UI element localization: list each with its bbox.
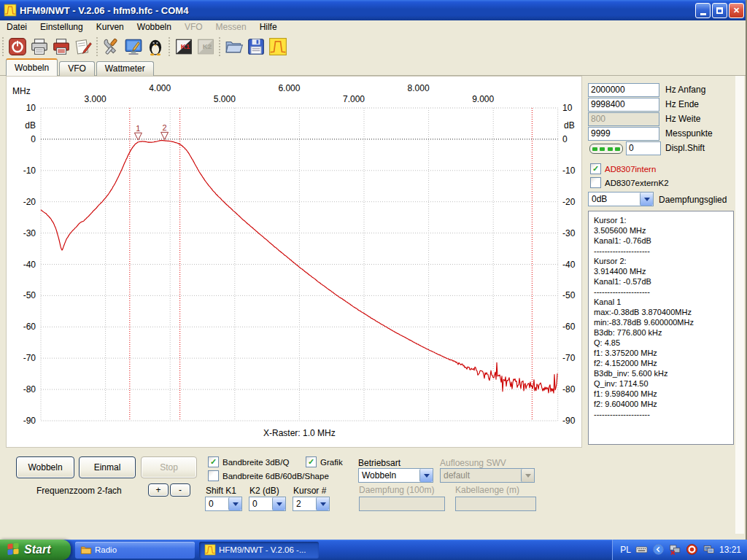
svg-text:-70: -70 [562,353,576,363]
field-hz-ende[interactable]: 9998400 [588,98,659,112]
checkbox-label: Bandbreite 6dB/60dB/Shape [222,472,329,481]
start-button[interactable]: Start [0,540,71,560]
start-label: Start [24,543,50,556]
checkbox-label: AD8307externK2 [605,179,669,187]
close-button[interactable]: ✕ [729,3,744,18]
k2-db-select[interactable]: 0 [249,497,286,511]
label-k2-db: K2 (dB) [249,486,279,496]
taskbar-task-hfm9-nwt-v-2-06[interactable]: HFM9/NWT - V.2.06 -... [199,542,319,559]
chart-panel[interactable]: MHz3.0004.0005.0006.0007.0008.0009.000dB… [6,76,582,448]
menu-kurven[interactable]: Kurven [90,21,131,33]
net-x-icon [669,543,681,556]
svg-text:-80: -80 [23,384,36,394]
menu-messen[interactable]: Messen [209,21,253,33]
tab-vfo[interactable]: VFO [59,61,95,76]
zoom-in-button[interactable]: + [148,483,169,497]
checkbox-grafik[interactable]: ✓Grafik [306,456,343,467]
menu-wobbeln[interactable]: Wobbeln [131,21,178,33]
toolbar-button-display-settings[interactable] [123,36,144,58]
svg-text:3.000: 3.000 [85,94,107,104]
betriebsart-select[interactable]: Wobbeln [358,468,433,483]
toolbar-button-penguin[interactable] [144,36,166,58]
toolbar-separator [217,37,222,56]
zoom-out-button[interactable]: - [170,483,190,497]
app-curve-icon [268,37,287,56]
svg-text:MHz: MHz [12,86,31,96]
svg-text:0: 0 [31,134,36,144]
checkbox-bandbreite-6db-60db-shape[interactable]: Bandbreite 6dB/60dB/Shape [208,470,329,481]
shift-k1-select[interactable]: 0 [205,497,242,511]
einmal-button[interactable]: Einmal [79,456,136,478]
toolbar-button-edit-notes[interactable] [72,36,94,58]
chevron-down-icon [228,497,241,510]
svg-text:-20: -20 [562,197,576,207]
displ-shift-indicator [589,144,623,154]
power-icon [8,37,27,56]
print-red-icon [52,37,71,56]
tray-slot-net-x[interactable] [669,543,681,557]
cursor-info-panel: Kursor 1: 3.505600 MHz Kanal1: -0.76dB -… [588,211,734,445]
keyboard-icon [635,543,648,556]
taskbar-task-radio[interactable]: Radio [75,542,195,559]
checkbox-bandbreite-3db-q[interactable]: ✓Bandbreite 3dB/Q [208,456,289,467]
toolbar-button-print[interactable] [28,36,50,58]
checkbox-label: Bandbreite 3dB/Q [222,458,289,467]
svg-text:10: 10 [562,103,573,113]
toolbar-separator [167,37,172,56]
toolbar-button-app-curve[interactable] [267,36,289,58]
toolbar-button-folder-open[interactable] [223,36,245,58]
clock: 13:21 [719,545,741,555]
tray-slot-chevron[interactable] [652,543,665,557]
chevron-icon [652,543,665,556]
task-label: Radio [95,545,117,554]
windows-logo-icon [6,542,20,558]
tab-wobbeln[interactable]: Wobbeln [6,58,58,76]
attenuator-select[interactable]: 0dB [588,192,654,206]
svg-text:6.000: 6.000 [278,83,300,93]
tray-slot-keyboard[interactable] [635,543,648,557]
tray-slot-red-o[interactable] [686,543,698,557]
field-messpunkte[interactable]: 9999 [588,127,659,141]
maximize-button[interactable] [712,3,727,18]
label-kursor: Kursor # [293,486,326,496]
toolbar-button-power[interactable] [7,36,28,58]
penguin-icon [146,37,165,56]
svg-text:-80: -80 [562,384,576,394]
wobbeln-button[interactable]: Wobbeln [16,456,74,478]
tools-icon [102,37,121,56]
svg-text:9.000: 9.000 [472,94,494,104]
menu-hilfe[interactable]: Hilfe [253,21,284,33]
kursor-select[interactable]: 2 [293,497,330,511]
label-messpunkte: Messpunkte [665,128,713,139]
tab-wattmeter[interactable]: Wattmeter [96,61,154,76]
menu-einstellung[interactable]: Einstellung [34,21,90,33]
menu-vfo[interactable]: VFO [178,21,209,33]
svg-text:-30: -30 [562,228,576,238]
field-hz-weite: 800 [588,112,659,126]
shift-k1-select-value: 0 [206,499,228,509]
language-indicator[interactable]: PL [620,545,631,555]
checkbox-ad8307externk2[interactable]: AD8307externK2 [590,177,669,188]
displ-shift-input[interactable]: 0 [626,141,661,155]
minimize-button[interactable] [695,3,711,18]
svg-text:X-Raster: 1.0 MHz: X-Raster: 1.0 MHz [263,428,336,438]
toolbar-button-save[interactable] [245,36,267,58]
toolbar-button-print-red[interactable] [50,36,72,58]
monitors-icon [703,543,715,556]
toolbar: K1K2 [0,34,747,60]
checkbox-label: AD8307intern [605,165,656,174]
titlebar[interactable]: HFM9/NWT - V.2.06 - hfm9.hfc - COM4 ✕ [0,0,747,20]
field-hz-anfang[interactable]: 2000000 [588,83,659,97]
toolbar-button-tools[interactable] [101,36,123,58]
checkbox-ad8307intern[interactable]: ✓AD8307intern [590,163,656,174]
menu-datei[interactable]: Datei [0,21,34,33]
svg-text:K2: K2 [203,42,212,50]
toolbar-button-k1-book[interactable]: K1 [173,36,195,58]
label-daempfung-100m: Daempfung (100m) [359,485,434,495]
toolbar-button-k2-book[interactable]: K2 [195,36,217,58]
label-daempfungsglied: Daempfungsglied [659,195,727,205]
checkbox-label: Grafik [320,458,343,467]
tray-slot-monitors[interactable] [703,543,715,557]
k2-book-icon: K2 [196,37,215,56]
betriebsart-select-value: Wobbeln [359,470,419,481]
